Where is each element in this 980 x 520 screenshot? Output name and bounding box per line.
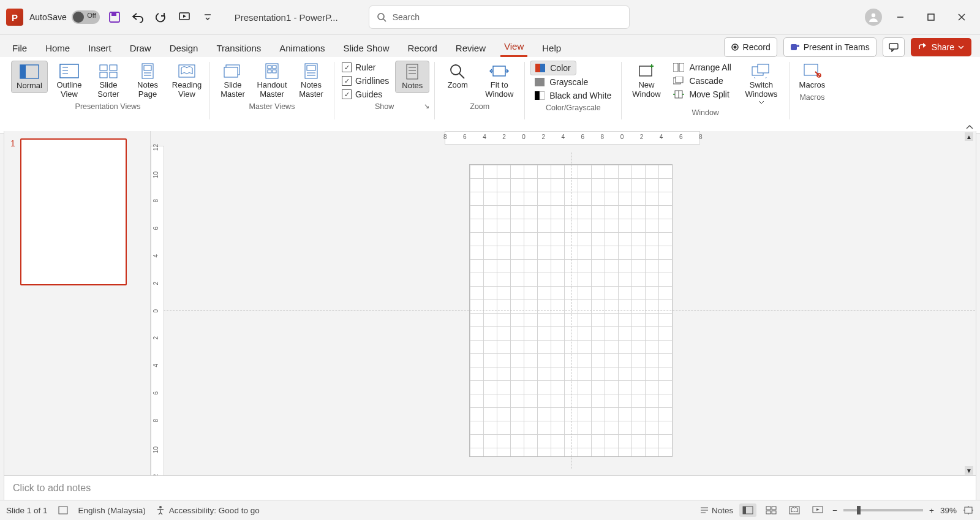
horizontal-guide[interactable] (164, 311, 976, 311)
tab-review[interactable]: Review (452, 40, 489, 57)
autosave-state: Off (87, 12, 96, 19)
ribbon-collapse-button[interactable] (965, 124, 974, 130)
new-window-button[interactable]: New Window (627, 61, 666, 101)
horizontal-ruler[interactable]: 86420246802468 (445, 131, 700, 145)
autosave-control[interactable]: AutoSave Off (29, 10, 100, 24)
scroll-up-button[interactable]: ▲ (965, 132, 973, 141)
fit-to-window-button[interactable]: Fit to Window (479, 61, 519, 101)
svg-rect-21 (100, 65, 107, 70)
tab-view[interactable]: View (500, 39, 527, 57)
minimize-button[interactable] (888, 9, 913, 26)
tab-slide-show[interactable]: Slide Show (339, 40, 393, 57)
tab-design[interactable]: Design (166, 40, 202, 57)
macros-label: Macros (799, 80, 826, 89)
tab-animations[interactable]: Animations (276, 40, 328, 57)
slide-master-label: Slide Master (216, 80, 249, 99)
undo-button[interactable] (129, 9, 146, 26)
notes-master-button[interactable]: Notes Master (293, 61, 329, 101)
normal-view-status-button[interactable] (739, 503, 756, 517)
tab-insert[interactable]: Insert (85, 40, 115, 57)
cascade-button[interactable]: Cascade (669, 74, 734, 88)
svg-rect-73 (766, 511, 771, 514)
account-avatar[interactable] (865, 9, 882, 26)
zoom-in-button[interactable]: + (929, 506, 934, 515)
sorter-view-status-button[interactable] (763, 503, 780, 517)
save-button[interactable] (106, 9, 123, 26)
tab-help[interactable]: Help (538, 40, 565, 57)
move-split-icon (673, 90, 684, 99)
svg-point-65 (159, 506, 162, 508)
tab-file[interactable]: File (9, 40, 31, 57)
thumbnail-pane[interactable]: 1 (4, 131, 151, 476)
zoom-level[interactable]: 39% (940, 506, 957, 515)
status-accessibility[interactable]: Accessibility: Good to go (156, 505, 260, 515)
present-teams-button[interactable]: Present in Teams (783, 37, 876, 57)
notes-pane[interactable]: Click to add notes (4, 475, 976, 500)
slide-canvas-area[interactable] (165, 145, 976, 476)
outline-view-label: Outline View (53, 80, 86, 99)
notes-toggle-label: Notes (402, 81, 423, 90)
guides-checkbox[interactable]: ✓Guides (339, 88, 391, 101)
maximize-button[interactable] (919, 9, 943, 26)
tab-transitions[interactable]: Transitions (213, 40, 265, 57)
reading-view-status-button[interactable] (786, 503, 803, 517)
switch-windows-button[interactable]: Switch Windows (739, 61, 784, 107)
slide-sorter-button[interactable]: Slide Sorter (91, 61, 126, 101)
zoom-out-button[interactable]: − (832, 506, 837, 515)
slide-canvas[interactable] (469, 164, 673, 457)
notes-toggle-button[interactable]: Notes (395, 61, 429, 93)
normal-view-button[interactable]: Normal (11, 61, 48, 93)
macros-button[interactable]: Macros (794, 61, 830, 92)
spellcheck-icon[interactable] (58, 505, 69, 515)
svg-rect-22 (110, 65, 117, 70)
move-split-button[interactable]: Move Split (669, 88, 734, 101)
fit-to-window-status-button[interactable] (963, 505, 974, 515)
color-mode-button[interactable]: Color (530, 61, 576, 75)
slide-thumbnail-1[interactable] (20, 138, 127, 285)
tab-record[interactable]: Record (404, 40, 440, 57)
slideshow-status-button[interactable] (809, 503, 826, 517)
status-slide-number[interactable]: Slide 1 of 1 (6, 506, 48, 515)
bw-swatch-icon (535, 91, 545, 100)
scroll-down-button[interactable]: ▼ (965, 466, 973, 475)
comments-button[interactable] (883, 37, 905, 57)
handout-master-button[interactable]: Handout Master (254, 61, 290, 101)
notes-status-icon (699, 506, 709, 514)
grayscale-mode-button[interactable]: Grayscale (530, 75, 593, 89)
slide-master-button[interactable]: Slide Master (215, 61, 251, 101)
zoom-button[interactable]: Zoom (440, 61, 475, 92)
svg-rect-14 (889, 43, 898, 49)
outline-view-button[interactable]: Outline View (51, 61, 87, 101)
slideshow-from-start-button[interactable] (176, 9, 193, 26)
status-language[interactable]: English (Malaysia) (78, 506, 146, 515)
comment-icon (888, 42, 899, 52)
status-notes-button[interactable]: Notes (699, 506, 733, 515)
search-input[interactable]: Search (369, 6, 630, 29)
quick-access-customize[interactable] (199, 9, 216, 26)
vertical-ruler[interactable]: 12108642024681012 (151, 146, 164, 476)
thumbnail-number: 1 (10, 138, 15, 148)
ruler-checkbox[interactable]: ✓Ruler (339, 61, 391, 74)
autosave-toggle[interactable]: Off (72, 10, 100, 24)
record-button[interactable]: Record (724, 37, 777, 57)
notes-page-button[interactable]: Notes Page (130, 61, 165, 101)
move-split-label: Move Split (689, 89, 729, 99)
tab-home[interactable]: Home (42, 40, 74, 57)
gridlines-checkbox[interactable]: ✓Gridlines (339, 74, 391, 88)
show-dialog-launcher[interactable]: ↘ (424, 102, 429, 110)
zoom-slider[interactable] (843, 509, 923, 511)
close-button[interactable] (949, 9, 974, 26)
tab-draw[interactable]: Draw (126, 40, 155, 57)
bw-mode-button[interactable]: Black and White (530, 89, 616, 102)
group-label-show: Show↘ (339, 101, 429, 113)
normal-view-icon (20, 64, 39, 80)
svg-rect-72 (772, 507, 776, 510)
redo-button[interactable] (153, 9, 170, 26)
gridlines-label: Gridlines (355, 76, 389, 86)
reading-view-button[interactable]: Reading View (169, 61, 205, 101)
share-button[interactable]: Share (911, 38, 971, 56)
arrange-all-button[interactable]: Arrange All (669, 61, 734, 74)
svg-point-13 (797, 45, 799, 47)
normal-view-label: Normal (17, 81, 42, 90)
vertical-guide[interactable] (571, 153, 571, 469)
